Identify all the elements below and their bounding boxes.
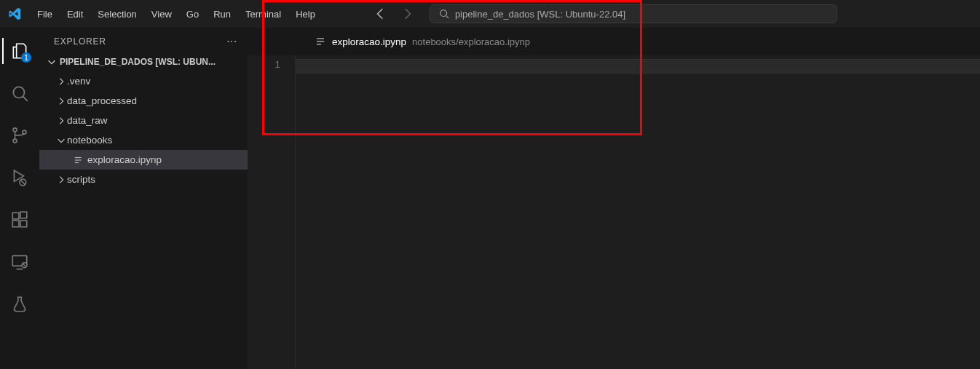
- activity-extensions-icon[interactable]: [2, 205, 37, 234]
- chevron-right-icon: [55, 76, 67, 87]
- svg-line-3: [23, 96, 28, 101]
- explorer-more-icon[interactable]: ···: [226, 35, 237, 48]
- search-icon: [439, 9, 449, 19]
- svg-point-6: [23, 130, 26, 134]
- menu-edit[interactable]: Edit: [60, 6, 90, 23]
- svg-point-0: [440, 10, 447, 17]
- chevron-down-icon: [55, 135, 67, 146]
- tree-file[interactable]: exploracao.ipynp: [39, 150, 248, 170]
- editor-tab[interactable]: exploracao.ipynp notebooks/exploracao.ip…: [306, 28, 539, 55]
- menu-terminal[interactable]: Terminal: [239, 6, 288, 23]
- svg-point-5: [13, 139, 17, 143]
- activity-run-debug-icon[interactable]: [2, 163, 37, 192]
- menu-bar: File Edit Selection View Go Run Terminal…: [31, 6, 322, 23]
- chevron-right-icon: [55, 116, 67, 126]
- explorer-badge: 1: [21, 52, 31, 63]
- menu-help[interactable]: Help: [289, 6, 322, 23]
- activity-testing-icon[interactable]: [2, 290, 37, 319]
- activity-search-icon[interactable]: [2, 79, 37, 108]
- file-text-icon: [71, 155, 86, 165]
- sidebar-explorer: EXPLORER ··· PIPELINE_DE_DADOS [WSL: UBU…: [39, 28, 248, 369]
- tree-folder[interactable]: data_processed: [39, 91, 248, 111]
- tree-item-label: data_raw: [67, 115, 108, 126]
- explorer-title: EXPLORER: [54, 36, 106, 47]
- tree-folder[interactable]: .venv: [39, 71, 248, 91]
- code-area[interactable]: [295, 55, 980, 369]
- activity-remote-icon[interactable]: [2, 247, 37, 277]
- svg-point-2: [13, 87, 24, 98]
- svg-rect-10: [12, 221, 19, 227]
- svg-line-8: [20, 180, 25, 185]
- command-center-search[interactable]: pipeline_de_dados [WSL: Ubuntu-22.04]: [430, 4, 837, 23]
- menu-selection[interactable]: Selection: [91, 6, 143, 23]
- tree-item-label: notebooks: [67, 135, 112, 146]
- activity-source-control-icon[interactable]: [2, 121, 37, 150]
- vscode-logo-icon: [7, 7, 22, 21]
- workspace-header[interactable]: PIPELINE_DE_DADOS [WSL: UBUN...: [39, 52, 248, 71]
- svg-rect-12: [20, 212, 27, 218]
- file-text-icon: [315, 36, 326, 47]
- tab-path: notebooks/exploracao.ipynp: [412, 36, 530, 47]
- search-text: pipeline_de_dados [WSL: Ubuntu-22.04]: [455, 9, 625, 20]
- nav-forward-icon[interactable]: [400, 7, 414, 20]
- chevron-down-icon: [47, 57, 57, 67]
- nav-back-icon[interactable]: [374, 7, 387, 20]
- line-number: 1: [248, 59, 280, 70]
- chevron-right-icon: [55, 96, 67, 106]
- svg-line-1: [446, 16, 449, 19]
- tree-folder[interactable]: data_raw: [39, 111, 248, 130]
- activity-explorer-icon[interactable]: 1: [2, 36, 37, 66]
- tree-item-label: .venv: [67, 76, 90, 87]
- tree-item-label: scripts: [67, 174, 95, 185]
- menu-view[interactable]: View: [145, 6, 178, 23]
- tree-item-label: data_processed: [67, 95, 137, 106]
- editor-area: exploracao.ipynp notebooks/exploracao.ip…: [248, 28, 980, 369]
- chevron-right-icon: [55, 175, 67, 185]
- menu-run[interactable]: Run: [207, 6, 237, 23]
- svg-point-4: [13, 128, 17, 132]
- svg-rect-11: [20, 221, 27, 227]
- tree-item-label: exploracao.ipynp: [87, 154, 162, 165]
- activity-bar: 1: [0, 28, 39, 369]
- editor-body[interactable]: 1: [248, 55, 980, 369]
- workspace-name: PIPELINE_DE_DADOS [WSL: UBUN...: [60, 57, 216, 67]
- tree-folder[interactable]: scripts: [39, 170, 248, 189]
- nav-arrows: [374, 7, 414, 20]
- tab-filename: exploracao.ipynp: [332, 36, 406, 47]
- line-gutter: 1: [248, 55, 295, 369]
- menu-go[interactable]: Go: [180, 6, 205, 23]
- menu-file[interactable]: File: [31, 6, 59, 23]
- editor-tabbar: exploracao.ipynp notebooks/exploracao.ip…: [248, 28, 980, 55]
- title-bar: File Edit Selection View Go Run Terminal…: [0, 0, 980, 28]
- current-line: [296, 59, 980, 74]
- tree-folder[interactable]: notebooks: [39, 130, 248, 150]
- file-tree: .venvdata_processeddata_rawnotebooksexpl…: [39, 71, 248, 189]
- svg-rect-9: [12, 213, 19, 219]
